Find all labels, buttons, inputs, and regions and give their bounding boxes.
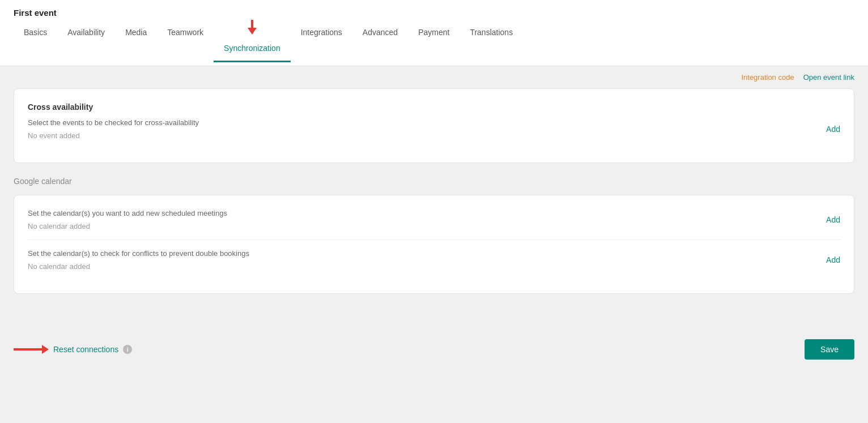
tab-integrations[interactable]: Integrations [291, 20, 352, 66]
google-calendar-block2-add-button[interactable]: Add [826, 255, 840, 264]
reset-connections-wrapper: Reset connections i [14, 345, 132, 354]
cross-availability-row: Select the events to be checked for cros… [28, 118, 840, 140]
reset-connections-link[interactable]: Reset connections [53, 345, 118, 354]
tab-synchronization[interactable]: Synchronization [214, 36, 291, 62]
cross-availability-description: Select the events to be checked for cros… [28, 118, 199, 140]
google-calendar-block2-no-item: No calendar added [28, 262, 249, 271]
tab-availability[interactable]: Availability [57, 20, 115, 66]
event-title: First event [14, 0, 854, 18]
right-arrow-indicator [14, 345, 49, 354]
tab-payment[interactable]: Payment [408, 20, 459, 66]
tab-advanced[interactable]: Advanced [352, 20, 408, 66]
tab-teamwork[interactable]: Teamwork [157, 20, 214, 66]
google-calendar-block2-description: Set the calendar(s) to check for conflic… [28, 249, 249, 258]
google-calendar-block2-content: Set the calendar(s) to check for conflic… [28, 249, 249, 271]
no-event-text: No event added [28, 131, 199, 140]
bottom-bar: Reset connections i Save [0, 330, 868, 369]
google-calendar-block1-content: Set the calendar(s) you want to add new … [28, 209, 227, 230]
tab-translations[interactable]: Translations [459, 20, 523, 66]
cross-availability-card: Cross availability Select the events to … [14, 88, 854, 163]
google-calendar-block1-no-item: No calendar added [28, 222, 227, 230]
tab-basics[interactable]: Basics [14, 20, 57, 66]
reset-connections-info-icon[interactable]: i [123, 345, 132, 354]
calendar-divider [28, 240, 840, 240]
tabs-nav: Basics Availability Media Teamwork Synch… [14, 20, 854, 66]
tab-media[interactable]: Media [115, 20, 157, 66]
google-calendar-section-label: Google calendar [14, 177, 854, 186]
cross-availability-title: Cross availability [28, 102, 840, 112]
main-content: Cross availability Select the events to … [0, 88, 868, 330]
cross-availability-add-button[interactable]: Add [826, 125, 840, 134]
google-calendar-block1-add-button[interactable]: Add [826, 215, 840, 224]
top-links: Integration code Open event link [0, 66, 868, 88]
tab-arrow-indicator [248, 20, 257, 35]
google-calendar-block1-row: Set the calendar(s) you want to add new … [28, 209, 840, 230]
google-calendar-card: Set the calendar(s) you want to add new … [14, 195, 854, 294]
google-calendar-block2-row: Set the calendar(s) to check for conflic… [28, 249, 840, 271]
save-button[interactable]: Save [805, 339, 854, 360]
open-event-link[interactable]: Open event link [803, 73, 854, 82]
integration-code-link[interactable]: Integration code [741, 73, 794, 82]
google-calendar-block1-description: Set the calendar(s) you want to add new … [28, 209, 227, 217]
